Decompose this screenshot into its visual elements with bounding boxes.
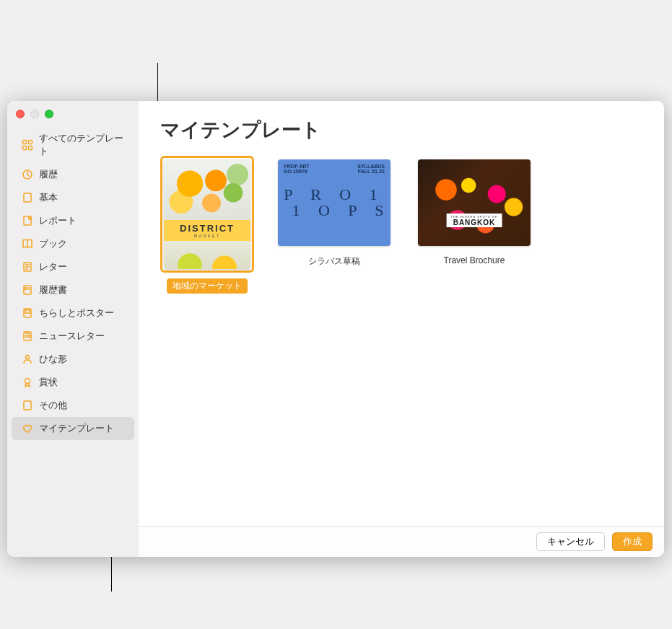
svg-rect-6 xyxy=(24,216,31,225)
clock-icon xyxy=(22,169,33,180)
svg-point-23 xyxy=(25,379,30,384)
page-title: マイテンプレート xyxy=(160,117,642,143)
sidebar-item-my-templates[interactable]: マイテンプレート xyxy=(12,417,134,440)
svg-rect-11 xyxy=(24,286,31,294)
sidebar-item-label: ブック xyxy=(39,237,67,250)
svg-rect-2 xyxy=(23,146,27,150)
news-icon xyxy=(22,330,33,342)
window-controls xyxy=(7,108,139,127)
sidebar-item-label: 賞状 xyxy=(39,376,58,389)
sidebar-item-label: マイテンプレート xyxy=(39,422,114,435)
sidebar-item-stationery[interactable]: ひな形 xyxy=(12,348,134,371)
svg-rect-21 xyxy=(28,335,30,338)
template-label: シラバス草稿 xyxy=(308,255,360,268)
sidebar-item-label: 基本 xyxy=(39,191,58,204)
template-item-syllabus-draft[interactable]: PROP ARTGO-10878 SYLLABUSFALL 21-22 P R … xyxy=(274,156,394,294)
footer: キャンセル 作成 xyxy=(139,526,664,557)
minimize-window-button[interactable] xyxy=(30,110,39,118)
template-thumbnail: DISTRICT MARKET xyxy=(164,159,250,269)
template-item-travel-brochure[interactable]: THE HIDDEN SPOTS OF BANGKOK Travel Broch… xyxy=(414,156,534,294)
sidebar-item-report[interactable]: レポート xyxy=(12,209,134,232)
doc-icon xyxy=(22,400,33,411)
zoom-window-button[interactable] xyxy=(45,110,53,118)
sidebar-item-label: レポート xyxy=(39,214,77,227)
svg-point-22 xyxy=(26,356,30,359)
report-icon xyxy=(22,215,33,226)
sidebar-item-label: ニュースレター xyxy=(39,330,105,343)
sidebar-item-label: ひな形 xyxy=(39,353,67,366)
sidebar-item-other[interactable]: その他 xyxy=(12,394,134,417)
thumb-title: DISTRICT xyxy=(164,223,250,234)
svg-rect-5 xyxy=(24,193,31,202)
sidebar-item-book[interactable]: ブック xyxy=(12,232,134,255)
main-content: マイテンプレート DISTRICT MARKET 地域のマーケッ xyxy=(139,101,664,526)
sidebar: すべてのテンプレート 履歴 基本 レポート ブック xyxy=(7,101,139,557)
svg-rect-3 xyxy=(29,146,32,150)
sidebar-item-label: 履歴書 xyxy=(39,283,67,296)
svg-rect-16 xyxy=(25,310,30,313)
book-icon xyxy=(22,238,33,250)
poster-icon xyxy=(22,307,33,319)
svg-rect-0 xyxy=(23,141,27,144)
template-chooser-window: すべてのテンプレート 履歴 基本 レポート ブック xyxy=(7,101,664,557)
thumb-subtitle: MARKET xyxy=(164,234,250,238)
letter-icon xyxy=(22,261,33,273)
sidebar-item-label: 履歴 xyxy=(39,168,58,181)
sidebar-item-resume[interactable]: 履歴書 xyxy=(12,278,134,302)
sidebar-item-label: すべてのテンプレート xyxy=(39,132,127,158)
template-label: Travel Brochure xyxy=(444,255,505,265)
resume-icon xyxy=(22,284,33,296)
template-label: 地域のマーケット xyxy=(167,278,248,294)
create-button[interactable]: 作成 xyxy=(612,532,653,551)
doc-icon xyxy=(22,192,33,203)
close-window-button[interactable] xyxy=(16,110,25,118)
template-item-district-market[interactable]: DISTRICT MARKET 地域のマーケット xyxy=(160,156,254,294)
svg-point-12 xyxy=(25,288,27,290)
main-panel: マイテンプレート DISTRICT MARKET 地域のマーケッ xyxy=(139,101,664,557)
ribbon-icon xyxy=(22,377,33,388)
person-icon xyxy=(22,353,33,365)
svg-rect-24 xyxy=(24,401,31,410)
sidebar-item-recent[interactable]: 履歴 xyxy=(12,163,134,186)
sidebar-item-letter[interactable]: レター xyxy=(12,255,134,278)
sidebar-item-certificate[interactable]: 賞状 xyxy=(12,371,134,394)
sidebar-item-label: レター xyxy=(39,260,67,273)
grid-icon xyxy=(22,139,33,151)
template-thumbnail: PROP ARTGO-10878 SYLLABUSFALL 21-22 P R … xyxy=(278,159,390,246)
sidebar-item-basic[interactable]: 基本 xyxy=(12,186,134,209)
sidebar-item-newsletter[interactable]: ニュースレター xyxy=(12,325,134,348)
template-grid: DISTRICT MARKET 地域のマーケット PROP ARTGO-1087… xyxy=(160,156,642,294)
cancel-button[interactable]: キャンセル xyxy=(536,532,605,551)
template-thumbnail: THE HIDDEN SPOTS OF BANGKOK xyxy=(418,159,531,246)
sidebar-item-flyer-poster[interactable]: ちらしとポスター xyxy=(12,302,134,325)
svg-rect-1 xyxy=(29,141,32,144)
sidebar-item-all-templates[interactable]: すべてのテンプレート xyxy=(12,127,134,163)
sidebar-item-label: ちらしとポスター xyxy=(39,307,114,320)
heart-icon xyxy=(22,423,33,434)
sidebar-item-label: その他 xyxy=(39,399,67,412)
